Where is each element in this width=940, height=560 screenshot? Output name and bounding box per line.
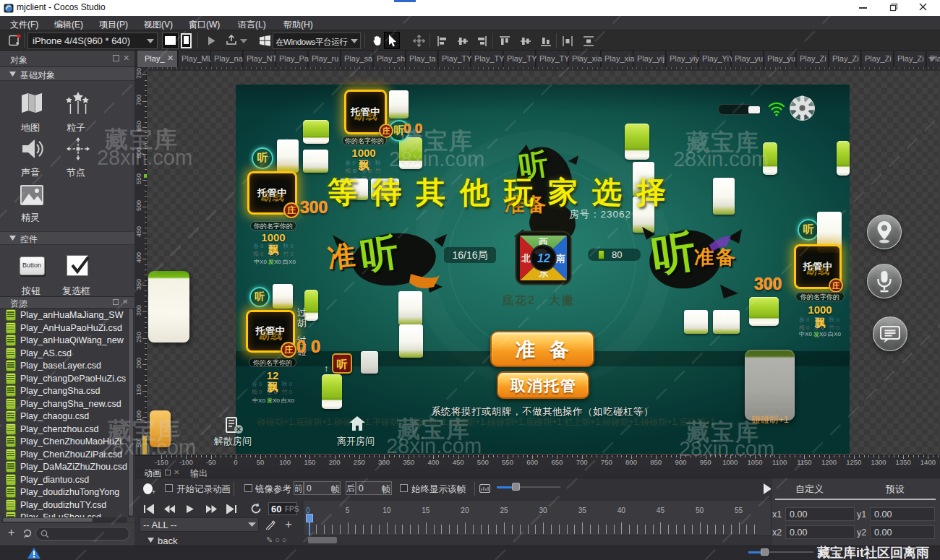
svg-text:12: 12 bbox=[537, 252, 550, 264]
svg-text:北: 北 bbox=[521, 253, 531, 264]
